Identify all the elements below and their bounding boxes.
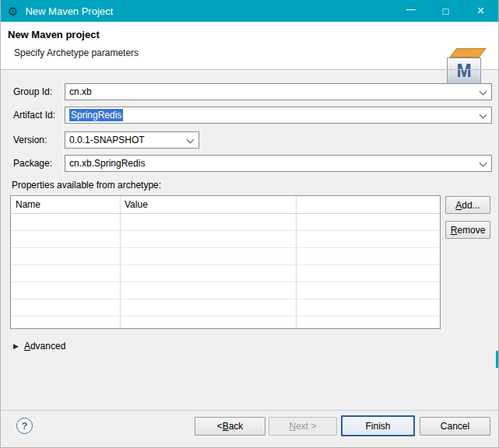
close-button[interactable]: × xyxy=(463,0,498,22)
footer-separator xyxy=(1,410,498,411)
wizard-header: New Maven project Specify Archetype para… xyxy=(1,22,498,69)
group-id-combo[interactable]: cn.xb xyxy=(65,83,492,100)
add-button-label: dd... xyxy=(462,200,480,211)
advanced-toggle[interactable]: ▶ Advanced xyxy=(13,340,65,352)
remove-button-mnemonic: R xyxy=(451,225,458,236)
next-button[interactable]: Next > xyxy=(269,417,337,436)
wizard-subtitle: Specify Archetype parameters xyxy=(14,47,139,58)
maximize-button[interactable]: □ xyxy=(428,0,463,22)
next-button-label: ext > xyxy=(296,421,316,432)
titlebar: ⚙ New Maven Project — □ × xyxy=(1,0,498,22)
advanced-mnemonic: A xyxy=(24,341,30,352)
next-button-mnemonic: N xyxy=(289,421,296,432)
chevron-down-icon[interactable] xyxy=(480,111,487,119)
table-row xyxy=(11,214,440,231)
window-title: New Maven Project xyxy=(25,5,113,17)
package-label: Package: xyxy=(13,158,52,169)
maven-logo-lid xyxy=(449,48,486,58)
properties-caption: Properties available from archetype: xyxy=(12,180,161,191)
chevron-down-icon[interactable] xyxy=(480,159,487,167)
remove-button[interactable]: Remove xyxy=(445,221,490,239)
group-id-label: Group Id: xyxy=(13,86,52,97)
add-button[interactable]: Add... xyxy=(445,196,490,214)
remove-button-label: emove xyxy=(457,225,485,236)
minimize-button[interactable]: — xyxy=(393,0,428,22)
version-combo[interactable]: 0.0.1-SNAPSHOT xyxy=(65,131,199,149)
chevron-down-icon[interactable] xyxy=(480,88,487,96)
table-row xyxy=(11,282,440,299)
background-window-sliver xyxy=(496,351,499,368)
minimize-icon: — xyxy=(406,5,416,14)
back-button-mnemonic: B xyxy=(223,421,229,432)
help-button[interactable]: ? xyxy=(16,418,33,434)
artifact-id-value: SpringRedis xyxy=(69,109,123,121)
version-value: 0.0.1-SNAPSHOT xyxy=(69,135,145,145)
properties-table[interactable]: Name Value xyxy=(10,195,441,329)
table-header-row: Name Value xyxy=(11,196,440,214)
advanced-arrow-icon: ▶ xyxy=(13,343,19,350)
package-combo[interactable]: cn.xb.SpringRedis xyxy=(65,155,492,172)
wizard-title: New Maven project xyxy=(8,29,100,40)
table-row xyxy=(11,248,440,265)
new-maven-project-dialog: ⚙ New Maven Project — □ × New Maven proj… xyxy=(0,0,499,448)
maven-logo-icon: M xyxy=(443,47,487,87)
close-icon: × xyxy=(477,5,484,17)
package-value: cn.xb.SpringRedis xyxy=(69,158,145,169)
artifact-id-label: Artifact Id: xyxy=(13,110,55,121)
table-row xyxy=(11,265,440,282)
maximize-icon: □ xyxy=(443,6,449,16)
artifact-id-combo[interactable]: SpringRedis xyxy=(65,107,492,124)
column-header-value: Value xyxy=(125,199,148,210)
column-divider xyxy=(296,196,297,328)
window-controls: — □ × xyxy=(393,0,498,22)
add-button-mnemonic: A xyxy=(455,200,462,211)
back-button[interactable]: < Back xyxy=(195,417,265,436)
table-row xyxy=(11,317,440,329)
column-divider xyxy=(120,196,121,328)
header-separator xyxy=(1,69,498,70)
advanced-label-rest: dvanced xyxy=(30,341,65,352)
help-icon: ? xyxy=(22,420,28,432)
table-row xyxy=(11,299,440,317)
back-button-prefix: < xyxy=(217,421,223,432)
table-row xyxy=(11,231,440,248)
advanced-label: Advanced xyxy=(24,341,65,352)
cancel-button[interactable]: Cancel xyxy=(420,417,490,436)
group-id-value: cn.xb xyxy=(69,86,92,97)
maven-logo-letter: M xyxy=(447,58,481,84)
wizard-gear-icon: ⚙ xyxy=(8,5,18,17)
finish-button[interactable]: Finish xyxy=(341,415,415,436)
back-button-label: ack xyxy=(229,421,244,432)
chevron-down-icon[interactable] xyxy=(187,136,195,144)
column-header-name: Name xyxy=(16,199,40,210)
version-label: Version: xyxy=(13,135,47,145)
